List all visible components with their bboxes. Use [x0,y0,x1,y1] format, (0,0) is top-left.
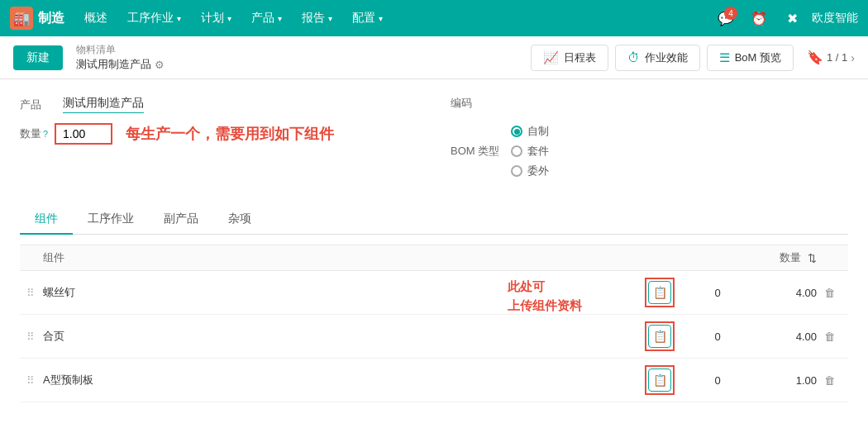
nav-report-arrow: ▾ [328,14,332,23]
bom-option-self-made-label: 自制 [527,124,549,139]
breadcrumb: 物料清单 测试用制造产品 ⚙ [76,43,165,72]
bom-preview-button[interactable]: ☰ BoM 预览 [707,45,794,71]
product-label: 产品 [20,97,53,112]
nav-plan[interactable]: 计划 ▾ [191,0,241,36]
drag-icon-3: ⠿ [26,374,35,387]
upload-area-3: 📋 [635,365,684,395]
extra-3: 0 [684,374,751,387]
quantity-col-header: 数量 ⇅ [751,250,817,265]
upload-icon-2: 📋 [653,330,667,343]
notification-badge: 4 [724,7,737,20]
tab-operations[interactable]: 工序作业 [73,205,149,235]
notification-button[interactable]: 💬 4 [713,5,739,31]
delete-3[interactable]: 🗑 [817,374,842,387]
efficiency-button[interactable]: ⏱ 作业效能 [615,45,700,71]
user-name[interactable]: 欧度智能 [812,11,858,26]
bom-option-kit[interactable]: 套件 [511,144,549,159]
extra-2: 0 [684,330,751,343]
bookmark-icon: 🔖 [807,50,823,65]
upload-icon-3: 📋 [653,373,667,387]
quantity-label: 数量 ? [20,126,48,141]
component-tabs: 组件 工序作业 副产品 杂项 [20,205,848,235]
bom-radio-self-made-dot [514,129,520,135]
tab-byproducts[interactable]: 副产品 [149,205,213,235]
bom-option-kit-label: 套件 [527,144,549,159]
upload-area-2: 📋 [635,321,684,351]
bom-radio-kit-circle [511,145,522,157]
quantity-3: 1.00 [751,374,817,387]
table-row: ⠿ 螺丝钉 📋 0 4.00 🗑 [20,271,848,315]
component-col-header: 组件 [43,250,635,265]
quantity-1: 4.00 [751,287,817,299]
logo-icon: 🏭 [10,7,33,30]
clock-button[interactable]: ⏰ [746,5,772,31]
product-row: 产品 测试用制造产品 [20,96,417,113]
form-right: 编码 BOM 类型 自制 套件 [451,96,848,185]
drag-handle-1[interactable]: ⠿ [26,287,43,299]
quantity-help[interactable]: ? [43,129,48,139]
bom-radio-outsource-circle [511,165,522,177]
bom-option-outsource-label: 委外 [527,164,549,178]
schedule-icon: 📈 [543,50,559,65]
quantity-annotation: 每生产一个，需要用到如下组件 [126,124,334,144]
upload-highlight-2: 📋 [645,321,675,351]
code-row: 编码 [451,96,848,111]
code-label: 编码 [451,96,484,111]
sub-toolbar: 新建 物料清单 测试用制造产品 ⚙ 📈 日程表 ⏱ 作业效能 ☰ BoM 预览 … [0,36,868,79]
nav-product[interactable]: 产品 ▾ [241,0,292,36]
nav-operations-arrow: ▾ [177,14,181,23]
table-body: ⠿ 螺丝钉 📋 0 4.00 🗑 ⠿ [20,271,848,402]
components-table: 组件 数量 ⇅ ⠿ 螺丝钉 📋 [20,245,848,402]
table-row: ⠿ A型预制板 📋 0 1.00 🗑 [20,359,848,402]
quantity-filter-icon[interactable]: ⇅ [808,252,817,264]
logo[interactable]: 🏭 制造 [10,7,64,30]
app-title: 制造 [38,10,64,27]
page-navigation: 🔖 1 / 1 › [807,50,855,65]
drag-icon-1: ⠿ [26,287,35,299]
next-page-chevron[interactable]: › [851,51,855,64]
component-name-2: 合页 [43,329,635,344]
upload-highlight-3: 📋 [645,365,675,395]
drag-handle-3[interactable]: ⠿ [26,374,43,387]
top-navigation: 🏭 制造 概述 工序作业 ▾ 计划 ▾ 产品 ▾ 报告 ▾ 配置 ▾ 💬 4 ⏰… [0,0,868,36]
page-info: 1 / 1 [827,51,847,64]
nav-report[interactable]: 报告 ▾ [292,0,342,36]
tab-components[interactable]: 组件 [20,205,73,235]
gear-icon[interactable]: ⚙ [155,59,165,71]
nav-config-arrow: ▾ [379,14,383,23]
upload-highlight-1: 📋 [645,278,675,307]
drag-handle-2[interactable]: ⠿ [26,330,43,343]
component-name-3: A型预制板 [43,373,635,388]
tab-misc[interactable]: 杂项 [213,205,266,235]
breadcrumb-current: 测试用制造产品 ⚙ [76,57,165,72]
upload-button-2[interactable]: 📋 [648,325,671,348]
main-content: 产品 测试用制造产品 数量 ? 每生产一个，需要用到如下组件 编码 BOM 类型 [0,79,868,447]
delete-2[interactable]: 🗑 [817,330,842,343]
nav-config[interactable]: 配置 ▾ [342,0,393,36]
delete-1[interactable]: 🗑 [817,287,842,299]
bom-option-self-made[interactable]: 自制 [511,124,549,139]
bom-icon: ☰ [719,50,730,65]
drag-icon-2: ⠿ [26,330,35,343]
upload-button-3[interactable]: 📋 [648,369,671,392]
upload-area-1: 📋 [635,278,684,307]
bom-type-section: BOM 类型 自制 套件 [451,121,848,178]
upload-button-1[interactable]: 📋 [648,281,671,304]
bom-option-outsource[interactable]: 委外 [511,164,549,178]
quantity-input[interactable] [55,123,112,145]
settings-button[interactable]: ✖ [779,5,805,31]
upload-icon-1: 📋 [653,286,667,299]
new-button[interactable]: 新建 [13,45,63,70]
bom-radio-self-made-circle [511,126,522,137]
table-row: ⠿ 合页 📋 0 4.00 🗑 [20,315,848,359]
schedule-button[interactable]: 📈 日程表 [531,45,608,71]
table-header: 组件 数量 ⇅ [20,245,848,271]
nav-operations[interactable]: 工序作业 ▾ [117,0,191,36]
nav-right-area: 💬 4 ⏰ ✖ 欧度智能 [713,5,858,31]
quantity-row: 数量 ? 每生产一个，需要用到如下组件 [20,123,417,145]
extra-1: 0 [684,287,751,299]
nav-overview[interactable]: 概述 [74,0,117,36]
nav-plan-arrow: ▾ [227,14,231,23]
bom-type-label: BOM 类型 [451,144,499,159]
toolbar-actions: 📈 日程表 ⏱ 作业效能 ☰ BoM 预览 🔖 1 / 1 › [531,45,855,71]
